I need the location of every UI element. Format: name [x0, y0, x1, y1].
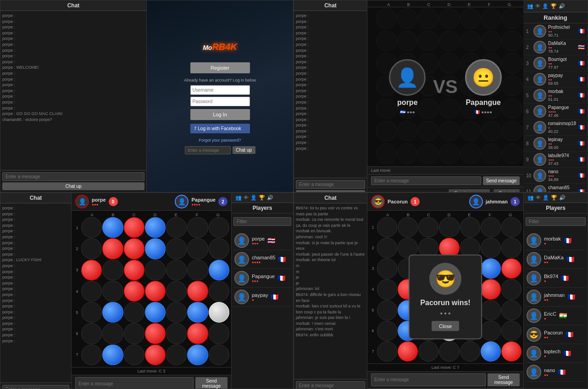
br-cell-1-6[interactable] — [481, 217, 501, 237]
br-cell-7-2[interactable] — [398, 341, 418, 362]
bl-cell-1-6[interactable] — [187, 217, 208, 238]
tl-chat-send-btn[interactable]: Chat up — [2, 182, 144, 190]
bl-cell-1-3[interactable] — [124, 217, 144, 238]
br-cell-1-2[interactable] — [398, 217, 418, 237]
bl-cell-5-7[interactable] — [209, 302, 229, 323]
tr-tutorial-button[interactable]: Tutorial — [494, 189, 520, 192]
bl-cell-1-2[interactable] — [102, 217, 123, 238]
bl-cell-4-3[interactable] — [124, 281, 144, 301]
br-cell-7-6[interactable] — [481, 341, 501, 362]
register-button[interactable]: Register — [190, 62, 250, 73]
tl-chat-input[interactable] — [2, 172, 144, 181]
bl-cell-7-2[interactable] — [102, 345, 123, 365]
password-input[interactable] — [190, 97, 250, 106]
bl-cell-3-7[interactable] — [209, 260, 229, 280]
br-speaker-icon[interactable]: 🔊 — [559, 195, 566, 201]
bl-cell-7-3[interactable] — [124, 345, 144, 365]
bl-cell-1-7[interactable] — [209, 217, 229, 238]
bl-cell-5-5[interactable] — [166, 302, 187, 323]
bl-cell-4-2[interactable] — [102, 281, 123, 301]
login-button[interactable]: Log In — [190, 109, 250, 120]
bl-cell-5-1[interactable] — [81, 302, 102, 323]
bl-cell-3-4[interactable] — [145, 260, 166, 280]
bl-cell-6-1[interactable] — [81, 323, 102, 344]
random-game-button[interactable]: Random game — [449, 189, 490, 192]
bl-eye-icon[interactable]: 👁 — [244, 195, 249, 201]
bl-cell-2-7[interactable] — [209, 238, 229, 259]
user-icon[interactable]: 👤 — [542, 3, 549, 9]
bl-cell-3-6[interactable] — [187, 260, 208, 280]
tl-mini-chat-input[interactable] — [185, 146, 231, 154]
bl-cell-4-7[interactable] — [209, 281, 229, 301]
bl-cell-6-2[interactable] — [102, 323, 123, 344]
tl-mini-chat-btn[interactable]: Chat up — [233, 146, 255, 154]
br-cell-1-7[interactable] — [501, 217, 521, 237]
br-cell-4-6[interactable] — [481, 279, 501, 299]
facebook-login-button[interactable]: f Log in with Facebook — [190, 124, 250, 133]
bl-cell-3-2[interactable] — [102, 260, 123, 280]
bl-cell-4-6[interactable] — [187, 281, 208, 301]
br-user-icon[interactable]: 👤 — [543, 195, 549, 201]
br-cell-5-6[interactable] — [481, 300, 501, 320]
bl-cell-3-5[interactable] — [166, 260, 187, 280]
username-input[interactable] — [190, 85, 250, 95]
bl-cell-3-3[interactable] — [124, 260, 144, 280]
br-cell-6-7[interactable] — [501, 321, 521, 341]
br-game-send-btn[interactable]: Send message — [488, 373, 520, 386]
br-cell-7-1[interactable] — [377, 341, 397, 362]
br-cell-5-7[interactable] — [501, 300, 521, 320]
bl-cell-4-4[interactable] — [145, 281, 166, 301]
bl-cell-6-3[interactable] — [124, 323, 144, 344]
bl-filter-input[interactable] — [233, 217, 291, 226]
win-close-button[interactable]: Close — [432, 321, 459, 331]
tr-game-chat-input[interactable] — [371, 176, 481, 185]
bl-cell-7-4[interactable] — [145, 345, 166, 365]
bl-cell-6-4[interactable] — [145, 323, 166, 344]
bl-cell-6-7[interactable] — [209, 323, 229, 344]
br-cell-2-7[interactable] — [501, 238, 521, 258]
bl-cell-1-5[interactable] — [166, 217, 187, 238]
br-cell-1-5[interactable] — [460, 217, 480, 237]
bl-cell-4-1[interactable] — [81, 281, 102, 301]
br-filter-input[interactable] — [526, 217, 586, 226]
bl-cell-6-5[interactable] — [166, 323, 187, 344]
bl-cell-4-5[interactable] — [166, 281, 187, 301]
bl-cell-2-2[interactable] — [102, 238, 123, 259]
bl-cell-6-6[interactable] — [187, 323, 208, 344]
bl-user-icon[interactable]: 👤 — [250, 195, 257, 201]
br-game-chat-input[interactable] — [371, 373, 486, 386]
bl-trophy-icon[interactable]: 🏆 — [259, 195, 265, 201]
tr-game-send-btn[interactable]: Send message — [483, 176, 520, 185]
bl-cell-7-7[interactable] — [209, 345, 229, 365]
bl-speaker-icon[interactable]: 🔊 — [267, 195, 273, 201]
bl-cell-3-1[interactable] — [81, 260, 102, 280]
bl-cell-5-3[interactable] — [124, 302, 144, 323]
bl-cell-2-6[interactable] — [187, 238, 208, 259]
br-eye-icon[interactable]: 👁 — [536, 195, 541, 201]
br-cell-7-5[interactable] — [460, 341, 480, 362]
br-trophy-icon[interactable]: 🏆 — [551, 195, 557, 201]
br-cell-4-7[interactable] — [501, 279, 521, 299]
br-cell-7-7[interactable] — [501, 341, 521, 362]
br-cell-3-6[interactable] — [481, 258, 501, 279]
br-cell-2-1[interactable] — [377, 238, 397, 258]
forgot-password-link[interactable]: Forgot your password? — [199, 138, 241, 142]
br-cell-6-1[interactable] — [377, 321, 397, 341]
br-cell-1-4[interactable] — [439, 217, 459, 237]
bl-cell-5-2[interactable] — [102, 302, 123, 323]
bl-cell-7-1[interactable] — [81, 345, 102, 365]
eye-icon[interactable]: 👁 — [535, 3, 540, 9]
bl-chat-input[interactable] — [2, 385, 69, 389]
bl-cell-2-5[interactable] — [166, 238, 187, 259]
tr-chat-input[interactable] — [296, 180, 365, 189]
br-cell-1-1[interactable] — [377, 217, 397, 237]
br-cell-7-4[interactable] — [439, 341, 459, 362]
group-icon[interactable]: 👥 — [527, 3, 533, 9]
bl-game-chat-input[interactable] — [75, 377, 194, 389]
br-cell-5-1[interactable] — [377, 300, 397, 320]
bl-cell-1-1[interactable] — [81, 217, 102, 238]
br-cell-3-1[interactable] — [377, 258, 397, 279]
bl-cell-2-4[interactable] — [145, 238, 166, 259]
br-cell-6-6[interactable] — [481, 321, 501, 341]
bl-cell-5-4[interactable] — [145, 302, 166, 323]
